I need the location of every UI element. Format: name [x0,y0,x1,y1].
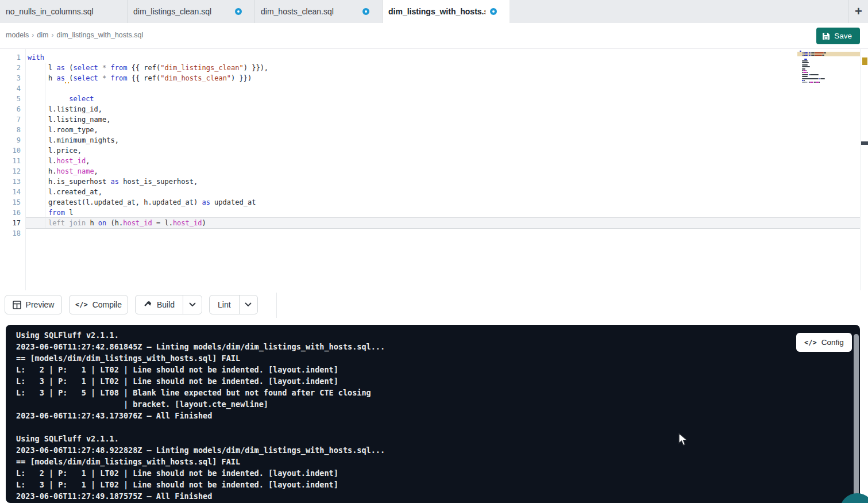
code-brackets-icon: </> [75,301,88,309]
code-token: l.price, [28,147,82,155]
code-token: host_name [57,167,94,175]
unsaved-changes-dot [362,8,369,15]
minimap-line [807,82,807,83]
file-tab-label: dim_hosts_clean.sql [261,7,334,16]
terminal-scrollbar[interactable] [854,334,859,503]
minimap-line [802,68,805,70]
overview-ruler-separator [860,49,861,290]
code-token: l [65,209,73,217]
code-line-9: l.minimum_nights, [28,135,119,145]
line-number: 4 [0,83,21,94]
code-token: l.minimum_nights, [28,136,119,144]
bottom-toolbar: Preview </> Compile Build Lint [0,290,868,320]
code-token: = l. [152,219,173,227]
save-floppy-icon [822,32,830,40]
line-number: 13 [0,176,21,187]
minimap-line [820,78,825,79]
chevron-down-icon [245,302,252,307]
code-token: select [74,74,98,82]
minimap-line [804,59,807,60]
code-line-6: l.listing_id, [28,104,102,114]
code-line-1: with [28,52,44,63]
file-tab-no_nulls_in_columns[interactable]: no_nulls_in_columns.sql [0,0,128,23]
breadcrumb-item[interactable]: dim_listings_with_hosts.sql [56,31,143,39]
code-line-5: select [28,94,94,104]
code-token: select [73,64,98,72]
breadcrumb-item[interactable]: dim [37,31,48,39]
preview-button[interactable]: Preview [5,295,62,314]
code-token: left join [28,219,90,227]
minimap-line [802,74,808,75]
compile-button-label: Compile [92,300,122,309]
lint-button-group: Lint [209,295,258,314]
save-button[interactable]: Save [816,28,860,44]
build-hammer-icon [144,301,152,309]
file-tab-label: dim_listings_with_hosts.sql [388,7,485,16]
code-token: host_id [173,219,202,227]
code-line-13: h.is_superhost as host_is_superhost, [28,176,198,187]
config-button[interactable]: </> Config [796,333,852,352]
breadcrumb: models›dim›dim_listings_with_hosts.sql [6,31,143,39]
unsaved-changes-dot [490,8,497,15]
code-token [98,74,102,82]
lint-button-label: Lint [218,300,231,309]
file-tab-label: dim_listings_clean.sql [133,7,211,16]
code-token: {{ ref( [127,64,160,72]
terminal-line: 2023-06-06T11:27:48.922828Z — Linting mo… [16,444,385,456]
minimap[interactable] [797,49,860,290]
code-token [98,64,102,72]
file-tab-dim_listings_clean[interactable]: dim_listings_clean.sql [128,0,255,23]
build-button[interactable]: Build [136,295,183,314]
line-number: 6 [0,104,21,114]
lint-dropdown-button[interactable] [239,295,257,314]
code-line-17: left join h on (h.host_id = l.host_id) [28,218,206,228]
line-number: 1 [0,52,21,63]
line-number: 15 [0,197,21,208]
breadcrumb-bar: models›dim›dim_listings_with_hosts.sql S… [0,23,868,49]
minimap-line [810,74,818,75]
terminal-line: L: 2 | P: 1 | LT02 | Line should not be … [16,364,338,375]
terminal-line: | bracket. [layout.cte_newline] [16,398,268,410]
toolbar-divider [276,293,277,318]
minimap-line [809,55,811,56]
file-tab-dim_hosts_clean[interactable]: dim_hosts_clean.sql [255,0,383,23]
code-brackets-icon: </> [804,339,817,347]
code-token: as [202,198,210,206]
breadcrumb-separator: › [32,31,34,39]
file-tab-dim_listings_with_hosts[interactable]: dim_listings_with_hosts.sql [383,0,510,23]
preview-grid-icon [13,301,21,309]
terminal-line: 2023-06-06T11:27:49.187575Z — All Finish… [16,490,212,502]
code-token [28,95,69,103]
line-number: 10 [0,145,21,156]
code-token: from [48,209,65,217]
minimap-line [819,82,820,83]
minimap-line [807,72,808,73]
minimap-line [810,82,813,83]
breadcrumb-separator: › [51,31,53,39]
gutter-separator [25,49,26,290]
build-dropdown-button[interactable] [183,295,201,314]
compile-button[interactable]: </> Compile [69,295,128,314]
code-editor[interactable]: 1with2 l as (select * from {{ ref("dim_l… [0,49,868,290]
terminal-line: L: 3 | P: 1 | LT02 | Line should not be … [16,375,338,387]
code-line-16: from l [28,208,73,218]
minimap-line [822,55,824,56]
code-token [106,74,110,82]
lint-button[interactable]: Lint [210,295,239,314]
terminal-line: L: 3 | P: 5 | LT08 | Blank line expected… [16,387,371,398]
mouse-cursor [678,433,689,447]
code-token: h [28,74,57,82]
new-tab-button[interactable]: + [848,0,868,23]
code-token [106,64,110,72]
minimap-line [802,60,808,62]
code-line-8: l.room_type, [28,125,98,135]
breadcrumb-item[interactable]: models [6,31,29,39]
line-number: 16 [0,208,21,218]
code-token: ( [69,74,73,82]
chevron-down-icon [189,302,196,307]
minimap-line [802,55,803,56]
terminal-line: Using SQLFluff v2.1.1. [16,329,119,341]
code-token: ) }}) [231,74,252,82]
code-token: l.created_at, [28,188,102,196]
code-token: h [90,219,98,227]
